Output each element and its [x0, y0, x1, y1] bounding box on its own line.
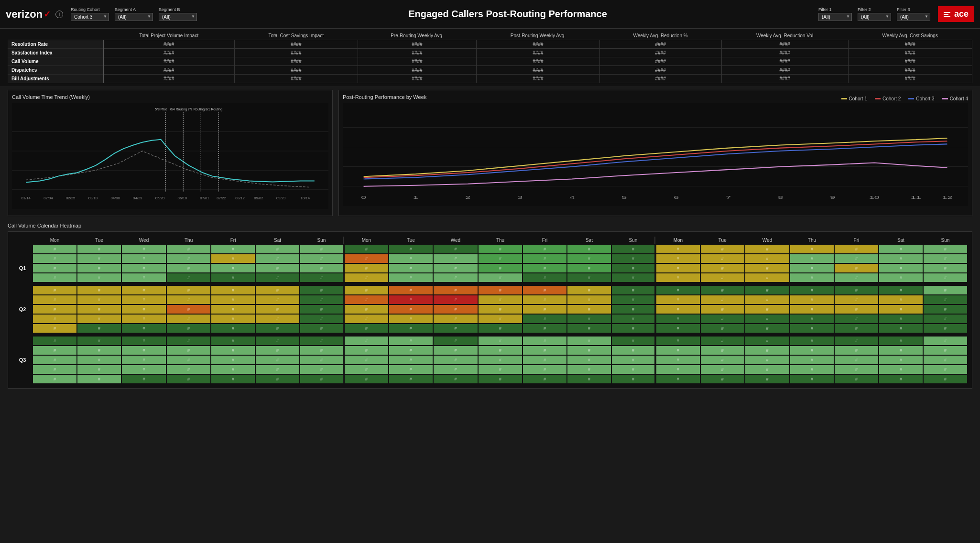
heatmap-cell: # [211, 346, 255, 355]
row-cell: #### [848, 66, 972, 75]
filter3-select-wrap[interactable]: (All) [897, 13, 930, 21]
day-header: Wed [745, 237, 789, 244]
heatmap-cell: # [523, 273, 566, 282]
heatmap-cell: # [434, 305, 478, 314]
heatmap-cell: # [211, 245, 255, 253]
heatmap-table: MonTueWedThuFriSatSunMonTueWedThuFriSatS… [12, 236, 968, 384]
heatmap-cell: # [77, 286, 121, 294]
heatmap-cell: # [33, 254, 76, 263]
svg-text:07/22: 07/22 [217, 196, 226, 200]
heatmap-cell: # [33, 315, 76, 323]
heatmap-cell: # [567, 324, 611, 333]
heatmap-cell: # [389, 264, 433, 272]
heatmap-cell: # [434, 356, 478, 364]
info-icon[interactable]: i [55, 11, 63, 18]
heatmap-cell: # [790, 264, 834, 272]
heatmap-cell: # [256, 295, 299, 304]
heatmap-cell: # [879, 286, 923, 294]
row-cell: #### [358, 75, 477, 83]
quarter-label [13, 295, 32, 304]
segment-b-select-wrap[interactable]: (All) [159, 13, 197, 21]
chart-legend: Cohort 1 Cohort 2 Cohort 3 Cohort 4 [841, 96, 968, 101]
routing-cohort-select[interactable]: Cohort 3 [71, 13, 109, 21]
svg-text:11: 11 [911, 195, 921, 199]
quarter-label: Q2 [13, 305, 32, 314]
heatmap-cell: # [567, 375, 611, 383]
heatmap-cell: # [256, 305, 299, 314]
cohort3-color [908, 98, 914, 99]
heatmap-cell: # [612, 273, 655, 282]
heatmap-cell: # [167, 324, 210, 333]
heatmap-cell: # [389, 365, 433, 374]
left-chart-area: 5/8 Pilot 6/4 Routing 7/2 Routing 8/1 Ro… [12, 103, 328, 209]
ace-logo: ace [938, 6, 974, 22]
heatmap-cell: # [879, 295, 923, 304]
segment-a-select[interactable]: (All) [115, 13, 153, 21]
quarter-label [13, 324, 32, 333]
heatmap-cell: # [122, 375, 166, 383]
segment-b-select[interactable]: (All) [159, 13, 197, 21]
filter1-select[interactable]: (All) [818, 13, 852, 21]
heatmap-cell: # [790, 273, 834, 282]
filter2-select[interactable]: (All) [858, 13, 891, 21]
col-header-3: Pre-Routing Weekly Avg. [358, 32, 477, 40]
filter2-select-wrap[interactable]: (All) [858, 13, 891, 21]
heatmap-cell: # [434, 286, 478, 294]
heatmap-cell: # [434, 315, 478, 323]
quarter-label [13, 365, 32, 374]
day-header: Fri [211, 237, 255, 244]
routing-cohort-select-wrap[interactable]: Cohort 3 [71, 13, 109, 21]
heatmap-cell: # [33, 365, 76, 374]
row-cell: #### [477, 57, 599, 66]
heatmap-cell: # [835, 375, 878, 383]
filter2-item: Filter 2 (All) [858, 7, 891, 21]
heatmap-cell: # [835, 245, 878, 253]
heatmap-cell: # [745, 324, 789, 333]
heatmap-cell: # [924, 324, 967, 333]
heatmap-cell: # [300, 324, 344, 333]
heatmap-cell: # [523, 375, 566, 383]
heatmap-cell: # [612, 337, 655, 345]
heatmap-cell: # [389, 245, 433, 253]
filter3-select[interactable]: (All) [897, 13, 930, 21]
heatmap-cell: # [879, 245, 923, 253]
heatmap-cell: # [612, 315, 655, 323]
ace-bars-icon [944, 12, 950, 17]
heatmap-cell: # [701, 273, 744, 282]
heatmap-row: ##################### [13, 295, 967, 304]
heatmap-header-row: MonTueWedThuFriSatSunMonTueWedThuFriSatS… [13, 237, 967, 244]
segment-a-select-wrap[interactable]: (All) [115, 13, 153, 21]
cohort2-color [875, 98, 881, 99]
heatmap-cell: # [745, 254, 789, 263]
heatmap-cell: # [701, 356, 744, 364]
filter1-select-wrap[interactable]: (All) [818, 13, 852, 21]
heatmap-cell: # [924, 273, 967, 282]
heatmap-cell: # [77, 295, 121, 304]
heatmap-row: ##################### [13, 337, 967, 345]
legend-cohort3: Cohort 3 [908, 96, 934, 101]
quarter-label [13, 254, 32, 263]
heatmap-cell: # [745, 245, 789, 253]
heatmap-cell: # [434, 295, 478, 304]
cohort4-label: Cohort 4 [950, 96, 968, 101]
heatmap-cell: # [523, 245, 566, 253]
day-header: Mon [656, 237, 700, 244]
svg-text:2: 2 [465, 195, 470, 199]
routing-cohort-label: Routing Cohort [71, 7, 109, 12]
heatmap-cell: # [479, 315, 522, 323]
heatmap-cell: # [122, 254, 166, 263]
filter-group: Filter 1 (All) Filter 2 (All) Filter 3 (… [818, 7, 930, 21]
heatmap-cell: # [924, 264, 967, 272]
col-header-2: Total Cost Savings Impact [234, 32, 358, 40]
heatmap-cell: # [612, 356, 655, 364]
svg-text:6/4 Routing: 6/4 Routing [170, 108, 187, 111]
heatmap-cell: # [345, 245, 388, 253]
heatmap-cell: # [77, 254, 121, 263]
heatmap-cell: # [389, 305, 433, 314]
heatmap-cell: # [33, 273, 76, 282]
heatmap-cell: # [523, 305, 566, 314]
svg-text:04/08: 04/08 [110, 196, 120, 200]
heatmap-cell: # [345, 337, 388, 345]
heatmap-row: ##################### [13, 245, 967, 253]
heatmap-cell: # [389, 286, 433, 294]
